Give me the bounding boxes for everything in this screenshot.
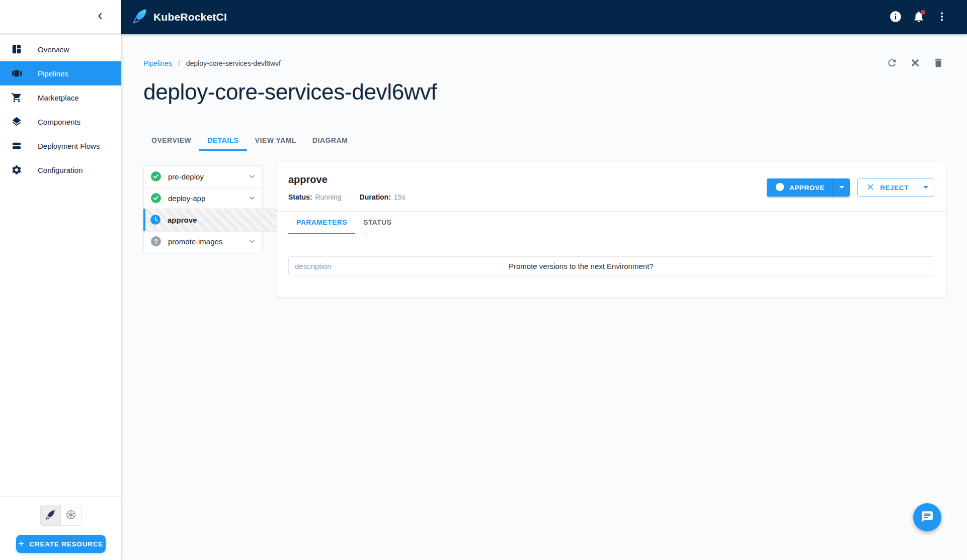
approve-button[interactable]: APPROVE	[767, 178, 833, 197]
parameter-row: description Promote versions to the next…	[288, 256, 934, 275]
rocket-view-toggle[interactable]	[41, 505, 61, 525]
refresh-icon	[887, 57, 898, 70]
chevron-left-icon	[95, 11, 105, 23]
dashboard-icon	[11, 44, 22, 55]
task-detail-card: approve Status: Running Duration: 15s	[276, 162, 946, 298]
arrow-drop-down-icon	[836, 181, 848, 195]
sidebar-item-label: Deployment Flows	[38, 142, 100, 150]
cart-icon	[11, 92, 22, 103]
tree-item-label: deploy-app	[168, 194, 247, 203]
subtab-label: STATUS	[363, 218, 391, 226]
sidebar-item-marketplace[interactable]: Marketplace	[0, 85, 121, 110]
duration-label: Duration:	[360, 193, 391, 201]
rocket-icon	[44, 509, 56, 522]
breadcrumb-separator: /	[178, 59, 180, 67]
chat-icon	[921, 510, 934, 525]
sidebar-item-deployment-flows[interactable]: Deployment Flows	[0, 134, 121, 158]
success-check-icon	[151, 171, 161, 181]
info-button[interactable]	[885, 7, 906, 27]
plus-icon: +	[18, 539, 24, 549]
chevron-down-icon	[247, 236, 257, 246]
sidebar-item-configuration[interactable]: Configuration	[0, 158, 121, 182]
gear-icon	[11, 164, 22, 175]
parameter-name: description	[295, 262, 509, 270]
sidebar-item-label: Configuration	[38, 166, 83, 174]
page-actions	[884, 55, 946, 71]
layers-icon	[11, 116, 22, 127]
rocket-logo-icon	[131, 7, 149, 27]
page-title: deploy-core-services-devl6wvf	[143, 79, 946, 105]
chat-fab-button[interactable]	[913, 503, 941, 531]
duration-value: 15s	[394, 193, 406, 201]
create-resource-label: CREATE RESOURCE	[29, 540, 103, 548]
task-subtabs: PARAMETERS STATUS	[276, 212, 946, 234]
info-icon	[889, 10, 902, 25]
task-title: approve	[288, 174, 405, 185]
reject-button[interactable]: REJECT	[858, 179, 917, 196]
tab-label: OVERVIEW	[151, 136, 191, 144]
delete-button[interactable]	[930, 55, 946, 71]
brand-logo[interactable]: KubeRocketCI	[131, 7, 227, 27]
kubernetes-view-toggle[interactable]	[61, 505, 81, 525]
sidebar-item-label: Pipelines	[38, 69, 68, 78]
app-title: KubeRocketCI	[153, 11, 227, 23]
refresh-button[interactable]	[884, 55, 900, 71]
pipeline-tabs: OVERVIEW DETAILS VIEW YAML DIAGRAM	[143, 131, 946, 151]
pending-question-icon: ?	[151, 236, 161, 246]
tree-item-label: promote-images	[168, 237, 247, 246]
sidebar-item-overview[interactable]: Overview	[0, 37, 121, 61]
task-tree: pre-deploy deploy-app	[143, 165, 263, 252]
reject-split-button: REJECT	[857, 178, 934, 197]
reject-label: REJECT	[880, 184, 909, 192]
tab-label: DIAGRAM	[312, 136, 348, 144]
tab-view-yaml[interactable]: VIEW YAML	[247, 131, 304, 151]
arrow-drop-down-icon	[920, 181, 932, 195]
success-check-icon	[151, 193, 161, 203]
app-bar: KubeRocketCI	[121, 0, 967, 34]
sidebar-item-components[interactable]: Components	[0, 110, 121, 134]
sidebar-nav: Overview Pipelines Marketplace Component…	[0, 37, 121, 182]
approve-dropdown-button[interactable]	[833, 178, 850, 197]
sidebar-item-label: Marketplace	[38, 94, 79, 102]
notifications-button[interactable]	[909, 7, 929, 27]
view-toggle-group	[40, 505, 82, 526]
status-label: Status:	[288, 193, 312, 201]
approval-buttons: APPROVE	[767, 178, 934, 197]
stack-icon	[11, 140, 22, 151]
task-header-info: approve Status: Running Duration: 15s	[288, 174, 405, 201]
close-icon	[866, 182, 875, 193]
sidebar-item-pipelines[interactable]: Pipelines	[0, 61, 121, 85]
tree-item-approve[interactable]: approve	[143, 209, 276, 231]
stop-pipeline-button[interactable]	[907, 55, 923, 71]
sidebar-header	[0, 0, 121, 33]
subtab-parameters[interactable]: PARAMETERS	[288, 212, 355, 234]
sidebar-collapse-button[interactable]	[92, 9, 108, 25]
kubernetes-icon	[65, 509, 77, 522]
tree-item-label: approve	[168, 216, 271, 224]
create-resource-button[interactable]: + CREATE RESOURCE	[16, 535, 106, 553]
tab-details[interactable]: DETAILS	[199, 131, 247, 151]
parameters-panel: description Promote versions to the next…	[276, 234, 946, 298]
kebab-menu-button[interactable]	[932, 7, 952, 27]
tree-item-pre-deploy[interactable]: pre-deploy	[143, 165, 263, 188]
tab-overview[interactable]: OVERVIEW	[143, 131, 199, 151]
kebab-menu-icon	[936, 11, 948, 24]
delete-icon	[933, 57, 944, 70]
approve-split-button: APPROVE	[767, 178, 850, 197]
reject-dropdown-button[interactable]	[917, 179, 934, 196]
notification-badge	[921, 10, 925, 15]
breadcrumb-pipelines-link[interactable]: Pipelines	[143, 59, 172, 67]
close-icon	[910, 57, 921, 70]
sidebar-item-label: Overview	[38, 45, 69, 54]
pipelines-icon	[11, 68, 22, 79]
tab-label: VIEW YAML	[255, 136, 296, 144]
sidebar-item-label: Components	[38, 118, 80, 126]
chevron-down-icon	[247, 193, 257, 203]
tree-item-deploy-app[interactable]: deploy-app	[143, 187, 263, 209]
tree-item-promote-images[interactable]: ? promote-images	[143, 230, 263, 252]
chevron-down-icon	[247, 171, 257, 181]
breadcrumb: Pipelines / deploy-core-services-devl6wv…	[143, 59, 281, 67]
tab-diagram[interactable]: DIAGRAM	[304, 131, 356, 151]
subtab-status[interactable]: STATUS	[355, 212, 399, 234]
sidebar-footer: + CREATE RESOURCE	[0, 496, 121, 560]
